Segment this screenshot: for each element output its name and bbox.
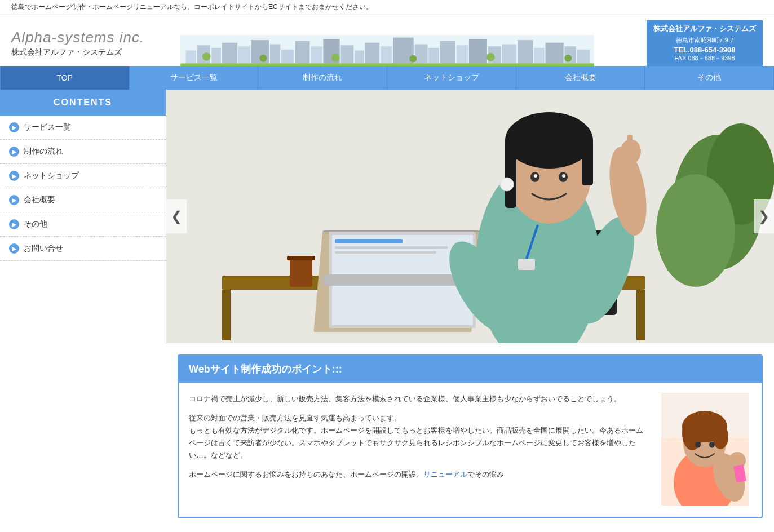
- svg-rect-23: [502, 45, 516, 66]
- svg-rect-62: [627, 135, 633, 154]
- svg-rect-3: [211, 48, 221, 66]
- nav-about[interactable]: 会社概要: [516, 66, 645, 90]
- header: Alpha-systems inc. 株式会社アルファ・システムズ: [0, 15, 774, 66]
- carousel-next-button[interactable]: ❯: [754, 200, 774, 233]
- svg-point-32: [409, 55, 417, 63]
- svg-rect-6: [251, 40, 269, 66]
- svg-rect-15: [381, 46, 392, 66]
- nav-process[interactable]: 制作の流れ: [258, 66, 387, 90]
- svg-rect-65: [505, 140, 516, 208]
- svg-rect-5: [238, 46, 250, 66]
- nav-top[interactable]: TOP: [0, 66, 130, 90]
- logo-english: Alpha-systems inc.: [11, 29, 144, 46]
- svg-point-30: [259, 55, 267, 62]
- web-success-image-area: [661, 393, 751, 507]
- renewal-link[interactable]: リニューアル: [423, 470, 467, 478]
- hero-carousel: ❮ ❯: [166, 90, 774, 343]
- svg-rect-14: [365, 43, 379, 66]
- svg-rect-54: [287, 256, 315, 260]
- svg-rect-66: [582, 140, 593, 185]
- nav-shop[interactable]: ネットショップ: [387, 66, 516, 90]
- svg-point-29: [202, 52, 210, 61]
- svg-point-71: [500, 178, 514, 191]
- svg-rect-17: [414, 45, 427, 66]
- arrow-icon: ▶: [9, 122, 19, 132]
- svg-point-81: [713, 424, 728, 449]
- contact-tel: TEL.088-654-3908: [653, 46, 756, 54]
- svg-rect-11: [323, 39, 339, 66]
- contact-box: 株式会社アルファ・システムズ 徳島市南昭和町7-9-7 TEL.088-654-…: [647, 20, 763, 66]
- svg-rect-21: [468, 39, 486, 66]
- cityscape-decoration: [155, 35, 620, 66]
- svg-point-82: [695, 442, 701, 448]
- lower-sidebar-spacer: [0, 343, 166, 532]
- logo: Alpha-systems inc. 株式会社アルファ・システムズ: [11, 29, 144, 57]
- web-success-text: コロナ禍で売上が減少し、新しい販売方法、集客方法を模索されている企業様、個人事業…: [189, 393, 650, 507]
- svg-point-39: [656, 174, 735, 287]
- svg-rect-24: [518, 40, 533, 66]
- svg-rect-26: [545, 43, 563, 66]
- svg-rect-10: [311, 46, 322, 66]
- carousel-prev-button[interactable]: ❮: [166, 200, 187, 233]
- svg-rect-9: [295, 41, 309, 66]
- topbar: 徳島でホームページ制作・ホームページリニューアルなら、コーポレイトサイトからEC…: [0, 0, 774, 15]
- web-success-section: Webサイト制作成功のポイント::: コロナ禍で売上が減少し、新しい販売方法、集…: [178, 354, 763, 518]
- logo-japanese: 株式会社アルファ・システムズ: [11, 47, 144, 57]
- svg-rect-51: [335, 251, 436, 254]
- sidebar-item-contact[interactable]: ▶ お問い合せ: [0, 237, 166, 261]
- svg-rect-43: [222, 290, 231, 340]
- web-success-body: コロナ禍で売上が減少し、新しい販売方法、集客方法を模索されている企業様、個人事業…: [179, 383, 762, 517]
- svg-rect-18: [428, 48, 439, 66]
- lower-main-content: Webサイト制作成功のポイント::: コロナ禍で売上が減少し、新しい販売方法、集…: [166, 343, 774, 532]
- sidebar-item-shop[interactable]: ▶ ネットショップ: [0, 164, 166, 188]
- sidebar-header: CONTENTS: [0, 90, 166, 116]
- svg-rect-16: [393, 38, 414, 66]
- svg-rect-72: [518, 259, 535, 270]
- svg-point-31: [331, 54, 340, 62]
- arrow-icon: ▶: [9, 219, 19, 229]
- svg-point-70: [562, 174, 565, 178]
- hero-image: [166, 90, 774, 343]
- web-success-para-2: 従来の対面での営業・販売方法を見直す気運も高まっています。もっとも有効な方法がデ…: [189, 412, 650, 462]
- arrow-icon: ▶: [9, 243, 19, 254]
- svg-point-34: [564, 55, 572, 62]
- svg-point-33: [486, 53, 495, 61]
- svg-rect-4: [222, 43, 237, 66]
- sidebar-item-other[interactable]: ▶ その他: [0, 212, 166, 237]
- web-success-para-3: ホームページに関するお悩みをお持ちのあなた、ホームページの開設、リニューアルでそ…: [189, 468, 650, 481]
- web-success-para-1: コロナ禍で売上が減少し、新しい販売方法、集客方法を模索されている企業様、個人事業…: [189, 393, 650, 405]
- svg-rect-35: [180, 63, 594, 66]
- contact-fax: FAX.088－688－9398: [653, 54, 756, 63]
- contact-address: 徳島市南昭和町7-9-7: [653, 36, 756, 45]
- content-area: Webサイト制作成功のポイント::: コロナ禍で売上が減少し、新しい販売方法、集…: [166, 343, 774, 532]
- lower-layout: Webサイト制作成功のポイント::: コロナ禍で売上が減少し、新しい販売方法、集…: [0, 343, 774, 532]
- sidebar-item-process[interactable]: ▶ 制作の流れ: [0, 140, 166, 164]
- arrow-icon: ▶: [9, 195, 19, 205]
- svg-rect-25: [534, 48, 544, 66]
- sidebar: CONTENTS ▶ サービス一覧 ▶ 制作の流れ ▶ ネットショップ ▶ 会社…: [0, 90, 166, 343]
- svg-rect-7: [269, 45, 280, 66]
- svg-rect-44: [636, 290, 645, 340]
- svg-point-83: [709, 442, 715, 448]
- svg-point-64: [505, 112, 593, 169]
- nav-services[interactable]: サービス一覧: [130, 66, 259, 90]
- sidebar-item-about[interactable]: ▶ 会社概要: [0, 188, 166, 212]
- svg-rect-49: [335, 239, 403, 243]
- nav-other[interactable]: その他: [645, 66, 774, 90]
- svg-rect-53: [290, 259, 312, 287]
- svg-rect-50: [335, 246, 448, 249]
- svg-rect-46: [324, 230, 481, 232]
- main-layout: CONTENTS ▶ サービス一覧 ▶ 制作の流れ ▶ ネットショップ ▶ 会社…: [0, 90, 774, 343]
- arrow-icon: ▶: [9, 147, 19, 157]
- main-nav: TOP サービス一覧 制作の流れ ネットショップ 会社概要 その他: [0, 66, 774, 90]
- contact-company: 株式会社アルファ・システムズ: [653, 24, 756, 34]
- svg-rect-20: [456, 45, 467, 66]
- svg-rect-12: [340, 45, 353, 66]
- sidebar-item-services[interactable]: ▶ サービス一覧: [0, 116, 166, 140]
- svg-point-69: [534, 174, 537, 178]
- web-success-title: Webサイト制作成功のポイント:::: [179, 356, 762, 383]
- svg-rect-19: [440, 41, 455, 66]
- arrow-icon: ▶: [9, 171, 19, 181]
